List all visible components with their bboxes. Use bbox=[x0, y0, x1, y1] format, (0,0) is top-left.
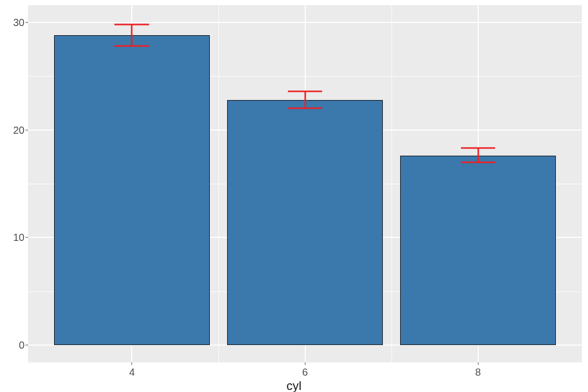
y-tick-mark bbox=[26, 130, 28, 130]
errorbar-stem bbox=[304, 91, 306, 109]
x-tick-label: 8 bbox=[475, 366, 481, 378]
errorbar-cap bbox=[115, 45, 150, 47]
errorbar-cap bbox=[288, 108, 323, 109]
y-tick-mark bbox=[26, 237, 28, 238]
errorbar-cap bbox=[461, 148, 496, 149]
x-axis-title: cyl bbox=[0, 379, 588, 392]
errorbars-layer bbox=[28, 5, 582, 362]
x-tick-label: 6 bbox=[302, 366, 308, 378]
x-tick-mark bbox=[305, 362, 305, 365]
plot-panel bbox=[28, 5, 582, 362]
y-tick-mark bbox=[26, 345, 28, 346]
chart-container: 0102030 468 cyl bbox=[0, 0, 588, 392]
x-tick-label: 4 bbox=[129, 366, 135, 378]
x-tick-mark bbox=[132, 362, 132, 365]
errorbar-cap bbox=[288, 90, 323, 92]
y-tick-mark bbox=[26, 22, 28, 22]
errorbar-stem bbox=[477, 148, 479, 162]
y-tick-label: 0 bbox=[0, 339, 24, 351]
errorbar-cap bbox=[115, 23, 150, 25]
y-tick-label: 20 bbox=[0, 124, 24, 136]
errorbar-stem bbox=[131, 24, 133, 46]
y-tick-label: 30 bbox=[0, 16, 24, 28]
y-tick-label: 10 bbox=[0, 232, 24, 243]
errorbar-cap bbox=[461, 161, 496, 163]
x-tick-mark bbox=[478, 362, 478, 365]
